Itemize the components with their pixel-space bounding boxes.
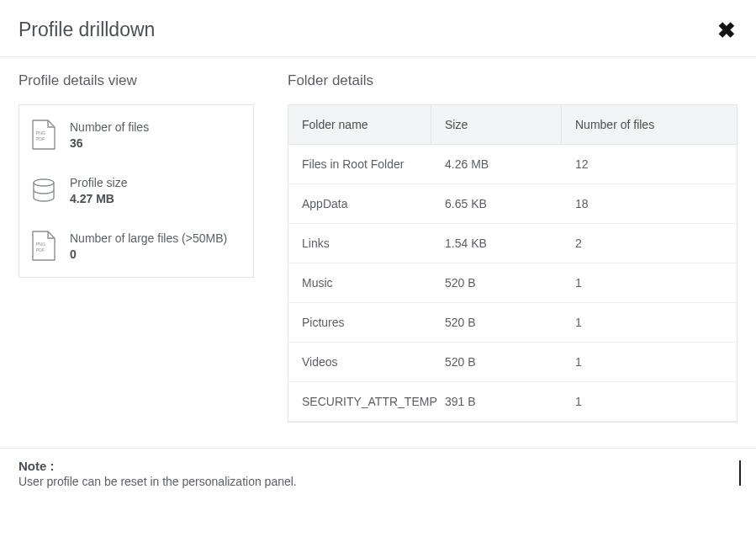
cell-size: 4.26 MB: [431, 145, 562, 183]
stat-value: 0: [70, 247, 227, 261]
cell-file-count: 1: [562, 263, 737, 302]
dialog-content: Profile details view PNG PDF Number of f…: [0, 57, 756, 431]
table-header-row: Folder name Size Number of files: [288, 105, 737, 145]
stat-profile-size: Profile size 4.27 MB: [29, 174, 243, 206]
svg-text:PNG: PNG: [36, 242, 45, 247]
cell-file-count: 2: [562, 224, 737, 263]
dialog-title: Profile drilldown: [19, 19, 155, 41]
svg-text:PDF: PDF: [36, 136, 45, 141]
file-icon: PNG PDF: [29, 230, 58, 262]
cell-folder-name: SECURITY_ATTR_TEMP: [288, 382, 431, 421]
dialog-header: Profile drilldown ✖: [0, 0, 756, 57]
cell-file-count: 1: [562, 382, 737, 421]
cell-folder-name: Files in Root Folder: [288, 145, 431, 183]
cell-size: 1.54 KB: [431, 224, 562, 263]
cell-size: 520 B: [431, 263, 562, 302]
cell-folder-name: Videos: [288, 343, 431, 381]
table-row[interactable]: Files in Root Folder4.26 MB12: [288, 145, 737, 184]
close-icon[interactable]: ✖: [717, 19, 736, 41]
column-header-folder-name[interactable]: Folder name: [288, 105, 431, 144]
table-row[interactable]: AppData6.65 KB18: [288, 184, 737, 224]
svg-text:PNG: PNG: [36, 130, 45, 136]
stat-value: 4.27 MB: [70, 192, 127, 205]
stat-label: Number of files: [70, 120, 149, 134]
cell-folder-name: AppData: [288, 184, 431, 223]
column-header-number-of-files[interactable]: Number of files: [562, 105, 737, 144]
stat-large-files: PNG PDF Number of large files (>50MB) 0: [29, 230, 243, 262]
cell-folder-name: Music: [288, 263, 431, 302]
footer-note: Note : User profile can be reset in the …: [0, 449, 756, 502]
cell-size: 391 B: [431, 382, 562, 421]
note-title: Note :: [19, 459, 737, 473]
table-row[interactable]: Music520 B1: [288, 263, 737, 303]
cell-file-count: 1: [562, 303, 737, 342]
folder-details-title: Folder details: [288, 72, 737, 89]
cell-size: 6.65 KB: [431, 184, 562, 223]
svg-point-2: [34, 179, 54, 186]
profile-details-title: Profile details view: [19, 72, 254, 89]
table-row[interactable]: Links1.54 KB2: [288, 224, 737, 263]
cell-file-count: 1: [562, 343, 737, 381]
stat-number-of-files: PNG PDF Number of files 36: [29, 119, 243, 151]
file-icon: PNG PDF: [29, 119, 58, 151]
database-icon: [29, 174, 58, 206]
cell-folder-name: Links: [288, 224, 431, 263]
stat-label: Profile size: [70, 176, 127, 189]
cell-file-count: 12: [562, 145, 737, 183]
svg-text:PDF: PDF: [36, 247, 45, 253]
cell-size: 520 B: [431, 303, 562, 342]
folder-details-panel: Folder details Folder name Size Number o…: [288, 72, 737, 423]
profile-details-panel: Profile details view PNG PDF Number of f…: [19, 72, 254, 423]
cell-file-count: 18: [562, 184, 737, 223]
cell-folder-name: Pictures: [288, 303, 431, 342]
table-row[interactable]: Videos520 B1: [288, 343, 737, 382]
note-text: User profile can be reset in the persona…: [19, 475, 737, 488]
stat-label: Number of large files (>50MB): [70, 231, 227, 245]
text-caret: [739, 460, 741, 486]
table-row[interactable]: Pictures520 B1: [288, 303, 737, 343]
table-body[interactable]: Files in Root Folder4.26 MB12AppData6.65…: [288, 145, 737, 422]
column-header-size[interactable]: Size: [431, 105, 562, 144]
folder-table: Folder name Size Number of files Files i…: [288, 104, 737, 423]
table-row[interactable]: SECURITY_ATTR_TEMP391 B1: [288, 382, 737, 422]
cell-size: 520 B: [431, 343, 562, 381]
stat-value: 36: [70, 136, 149, 150]
profile-stats-box: PNG PDF Number of files 36: [19, 104, 254, 278]
